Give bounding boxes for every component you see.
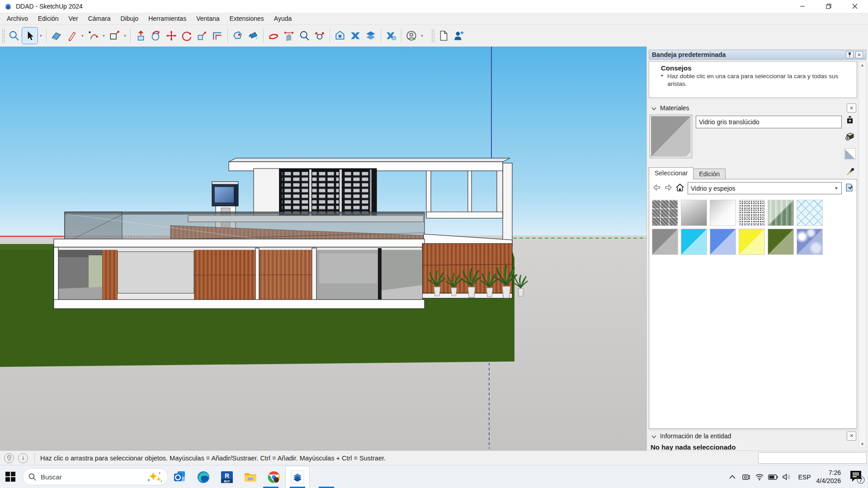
volume-icon[interactable] [781,474,793,480]
tab-edicion[interactable]: Edición [693,169,726,179]
tab-seleccionar[interactable]: Seleccionar [649,167,693,179]
shapes-dropdown[interactable]: ▾ [122,27,128,44]
tape-measure-tool-button[interactable] [230,27,245,44]
wifi-icon[interactable] [754,474,765,480]
collapse-chevron-icon[interactable] [651,104,656,112]
material-swatch[interactable] [797,200,823,226]
thumbnail-resize-handle[interactable] [686,152,690,156]
pan-tool-button[interactable] [281,27,297,44]
material-swatch[interactable] [768,229,794,255]
battery-icon[interactable] [767,474,779,480]
eyedropper-icon[interactable] [846,168,854,178]
tray-close-icon[interactable]: ✕ [855,51,863,58]
move-tool-button[interactable] [164,27,179,44]
account-dropdown[interactable]: ▾ [419,27,425,44]
line-tool-button[interactable] [64,27,80,44]
restore-button[interactable] [816,0,842,13]
menu-dibujo[interactable]: Dibujo [115,13,143,24]
taskbar-app-edge[interactable] [192,466,215,488]
rotate-tool-button[interactable] [179,27,194,44]
add-collaborator-button[interactable] [451,27,467,44]
secondary-pane-icon[interactable] [846,116,854,126]
language-indicator[interactable]: ESP [798,474,811,481]
search-tool-button[interactable] [6,27,22,44]
toolbar-grip[interactable] [2,29,5,42]
measurements-box[interactable] [758,452,867,464]
account-button[interactable] [404,27,419,44]
material-swatch[interactable] [797,229,823,255]
forward-arrow-icon[interactable] [664,184,672,193]
geolocation-icon[interactable] [4,453,14,463]
sample-paint-icon[interactable] [845,183,854,194]
menu-ventana[interactable]: Ventana [191,13,224,24]
orbit-tool-button[interactable] [266,27,281,44]
select-dropdown[interactable]: ▾ [38,27,44,44]
toolbar-grip-2[interactable] [431,29,435,42]
taskbar-clock[interactable]: 7:26 4/4/2026 [816,469,841,485]
hidden-icons-chevron-icon[interactable] [726,475,738,479]
menu-archivo[interactable]: Archivo [2,13,33,24]
scroll-down-icon[interactable]: ▼ [859,441,866,447]
taskbar-app-sketchup[interactable] [286,466,309,488]
follow-me-tool-button[interactable] [148,27,164,44]
scale-tool-button[interactable] [194,27,210,44]
create-material-icon[interactable] [845,131,855,143]
materials-section-header[interactable]: Materiales ✕ [649,102,857,114]
material-thumbnail[interactable] [650,115,692,158]
zoom-tool-button[interactable] [297,27,312,44]
entity-info-header[interactable]: Información de la entidad ✕ [649,430,857,441]
materials-close-icon[interactable]: ✕ [847,103,856,113]
material-name-input[interactable] [696,116,842,128]
scroll-up-icon[interactable]: ▲ [859,61,866,68]
material-swatch[interactable] [652,229,678,255]
info-icon[interactable]: i [18,453,28,463]
eraser-tool-button[interactable] [49,27,64,44]
extension-manager-button[interactable] [383,27,399,44]
zoom-extents-tool-button[interactable] [312,27,327,44]
taskbar-app-chrome[interactable] [262,466,286,488]
menu-edicion[interactable]: Edición [33,13,64,24]
tray-header[interactable]: Bandeja predeterminada ✕ [649,50,866,60]
entity-info-close-icon[interactable]: ✕ [847,432,856,441]
push-pull-tool-button[interactable] [133,27,148,44]
screen-cast-icon[interactable] [740,474,752,481]
shapes-tool-button[interactable] [107,27,122,44]
offset-tool-button[interactable] [210,27,225,44]
start-button[interactable] [0,465,21,488]
styles-stack-button[interactable] [363,27,378,44]
home-icon[interactable] [675,183,684,193]
menu-extensiones[interactable]: Extensiones [225,13,269,24]
extension-warehouse-button[interactable] [348,27,363,44]
material-swatch[interactable] [739,200,765,226]
notification-center-icon[interactable]: 7 [847,470,867,484]
material-swatch[interactable] [710,229,736,255]
material-swatch[interactable] [739,229,765,255]
material-swatch[interactable] [681,229,707,255]
model-viewport[interactable] [0,47,646,450]
back-arrow-icon[interactable] [653,184,661,193]
arcs-tool-button[interactable] [85,27,101,44]
tray-scrollbar[interactable]: ▲ ▼ [859,61,866,448]
line-dropdown[interactable]: ▾ [80,27,85,44]
default-material-swatch[interactable] [844,148,856,162]
material-swatch[interactable] [652,200,678,226]
paint-bucket-tool-button[interactable] [245,27,261,44]
new-file-button[interactable] [436,27,451,44]
tray-pin-icon[interactable] [846,51,854,58]
arcs-dropdown[interactable]: ▾ [101,27,107,44]
material-swatch[interactable] [710,200,736,226]
menu-herramientas[interactable]: Herramientas [143,13,191,24]
3d-warehouse-button[interactable] [332,27,348,44]
material-swatch[interactable] [768,200,794,226]
material-swatch[interactable] [681,200,707,226]
minimize-button[interactable] [789,0,816,13]
select-tool-button[interactable] [22,27,38,44]
menu-camara[interactable]: Cámara [83,13,116,24]
menu-ayuda[interactable]: Ayuda [269,13,297,24]
menu-ver[interactable]: Ver [64,13,83,24]
entity-collapse-chevron-icon[interactable] [651,432,656,440]
taskbar-app-outlook[interactable] [168,466,192,488]
taskbar-app-revit[interactable]: RRVT [215,466,239,488]
taskbar-app-file-explorer[interactable] [239,466,262,488]
collection-dropdown[interactable]: Vidrio y espejos ▼ [688,182,842,194]
